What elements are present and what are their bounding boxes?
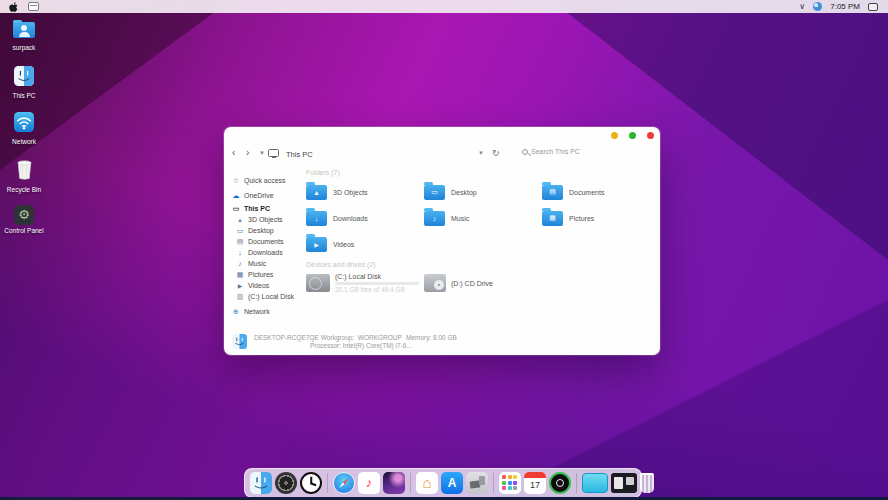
folder-music-icon: [424, 211, 445, 226]
folder-tile-music[interactable]: Music: [424, 209, 542, 227]
download-icon: [236, 249, 244, 256]
finder-face-icon: [14, 66, 34, 90]
folder-tile-desktop[interactable]: Desktop: [424, 183, 542, 201]
sidebar-item-onedrive[interactable]: OneDrive: [232, 188, 306, 202]
sidebar-item-network[interactable]: Network: [232, 306, 306, 317]
launchpad-dock-icon[interactable]: [499, 472, 521, 494]
sidebar-item-3d-objects[interactable]: 3D Objects: [232, 214, 306, 225]
sidebar-label: Videos: [248, 282, 269, 289]
folder-label: Music: [451, 215, 469, 222]
disk-icon: [236, 293, 244, 300]
folders-grid: 3D Objects Desktop Documents Downloads M…: [306, 183, 652, 253]
desktop-icon-label: Recycle Bin: [2, 186, 46, 193]
clock-text[interactable]: 7:05 PM: [830, 2, 860, 11]
green-ring-app-dock-icon[interactable]: [549, 472, 571, 494]
system-preferences-dock-icon[interactable]: [275, 472, 297, 494]
drive-tile-d[interactable]: (D:) CD Drive: [424, 273, 542, 293]
this-pc-icon: [268, 149, 279, 157]
sidebar-item-music[interactable]: Music: [232, 258, 306, 269]
desktop-icon-recycle-bin[interactable]: Recycle Bin: [2, 158, 46, 193]
sidebar-item-quick-access[interactable]: Quick access: [232, 173, 306, 188]
back-button[interactable]: ‹: [232, 147, 235, 159]
sidebar-item-this-pc[interactable]: This PC: [232, 202, 306, 214]
desktop: ∨ 7:05 PM surpack This PC Network Recycl…: [0, 0, 888, 500]
window-grid-icon[interactable]: [28, 2, 39, 11]
finder-dock-icon[interactable]: [250, 472, 272, 494]
recent-locations-chevron-icon[interactable]: ▼: [259, 150, 265, 156]
minimized-dark-window-dock-icon[interactable]: [611, 473, 637, 493]
video-icon: [236, 282, 244, 289]
forward-button[interactable]: ›: [246, 147, 249, 159]
explorer-content: Folders (7) 3D Objects Desktop Documents…: [306, 169, 652, 293]
close-button[interactable]: [647, 132, 654, 139]
music-dock-icon[interactable]: ♪: [358, 472, 380, 494]
zoom-button[interactable]: [629, 132, 636, 139]
sidebar-item-documents[interactable]: Documents: [232, 236, 306, 247]
c-drive-usage-bar: [335, 282, 419, 285]
sidebar-item-desktop[interactable]: Desktop: [232, 225, 306, 236]
folder-label: Desktop: [451, 189, 477, 196]
calendar-dock-icon[interactable]: 17: [524, 472, 546, 494]
status-memory: Memory: 8.00 GB: [406, 334, 457, 341]
safari-dock-icon[interactable]: [333, 472, 355, 494]
desktop-icon-network[interactable]: Network: [2, 112, 46, 145]
aurora-app-dock-icon[interactable]: [383, 472, 405, 494]
folder-label: Videos: [333, 241, 354, 248]
utility-dock-icon[interactable]: [466, 472, 488, 494]
cd-drive-icon: [424, 274, 446, 292]
dock-divider: [493, 473, 494, 493]
desktop-icon-label: Control Panel: [2, 227, 46, 234]
folder-tile-3d-objects[interactable]: 3D Objects: [306, 183, 424, 201]
minimize-button[interactable]: [611, 132, 618, 139]
address-bar-path[interactable]: This PC: [286, 150, 313, 159]
search-input[interactable]: [531, 148, 601, 155]
desktop-icon-label: Network: [2, 138, 46, 145]
monitor-icon: [232, 205, 240, 212]
clock-dock-icon[interactable]: [300, 472, 322, 494]
picture-icon: [236, 271, 244, 278]
desktop-icon-control-panel[interactable]: ⚙ Control Panel: [2, 205, 46, 234]
home-app-dock-icon[interactable]: ⌂: [416, 472, 438, 494]
address-dropdown-chevron-icon[interactable]: ▼: [478, 150, 484, 156]
minimized-cyan-window-dock-icon[interactable]: [582, 473, 608, 493]
document-icon: [236, 238, 244, 245]
chevron-down-icon[interactable]: ∨: [799, 3, 805, 11]
folder-label: Downloads: [333, 215, 368, 222]
user-folder-icon: [13, 22, 35, 38]
cloud-icon: [232, 192, 240, 199]
hard-disk-icon: [306, 274, 330, 292]
search-icon: [522, 149, 528, 155]
search-box: [522, 148, 601, 155]
music-note-icon: [236, 260, 244, 267]
desktop-icon-this-pc[interactable]: This PC: [2, 66, 46, 99]
sidebar-item-c-drive[interactable]: (C:) Local Disk: [232, 291, 306, 302]
folder-tile-downloads[interactable]: Downloads: [306, 209, 424, 227]
dock-divider: [410, 473, 411, 493]
refresh-icon[interactable]: ↻: [492, 148, 500, 158]
sidebar-item-downloads[interactable]: Downloads: [232, 247, 306, 258]
network-globe-icon: [232, 308, 240, 315]
drive-label: (D:) CD Drive: [451, 280, 493, 287]
globe-icon[interactable]: [813, 2, 822, 11]
explorer-sidebar: Quick access OneDrive This PC 3D Objects…: [232, 173, 306, 317]
status-processor: Processor: Intel(R) Core(TM) i7-6...: [310, 342, 412, 349]
notification-icon[interactable]: [868, 3, 878, 11]
sidebar-label: Music: [248, 260, 266, 267]
folder-tile-videos[interactable]: Videos: [306, 235, 424, 253]
explorer-window: ‹ › ▼ This PC ▼ ↻ Quick access OneDrive …: [224, 127, 660, 355]
folder-tile-pictures[interactable]: Pictures: [542, 209, 660, 227]
desktop-icon-surpack[interactable]: surpack: [2, 22, 46, 51]
folder-downloads-icon: [306, 211, 327, 226]
sidebar-item-pictures[interactable]: Pictures: [232, 269, 306, 280]
sidebar-label: Network: [244, 308, 270, 315]
sidebar-item-videos[interactable]: Videos: [232, 280, 306, 291]
apple-logo-icon[interactable]: [9, 0, 18, 16]
app-store-dock-icon[interactable]: A: [441, 472, 463, 494]
sidebar-label: This PC: [244, 205, 270, 212]
desktop-icon-label: surpack: [2, 44, 46, 51]
sidebar-label: Documents: [248, 238, 283, 245]
drive-tile-c[interactable]: (C:) Local Disk 20.1 GB free of 49.4 GB: [306, 273, 424, 293]
star-icon: [232, 177, 240, 184]
trash-dock-icon[interactable]: [640, 473, 654, 493]
folder-tile-documents[interactable]: Documents: [542, 183, 660, 201]
